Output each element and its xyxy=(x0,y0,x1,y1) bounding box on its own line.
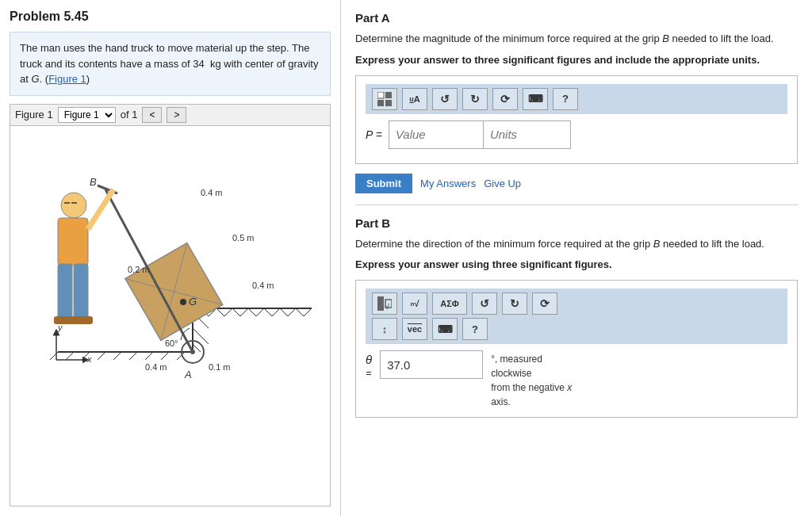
svg-line-7 xyxy=(113,352,121,360)
svg-text:60°: 60° xyxy=(165,338,178,348)
part-a-section: Part A Determine the magnitude of the mi… xyxy=(355,11,798,193)
svg-rect-61 xyxy=(385,92,392,98)
svg-text:x: x xyxy=(86,354,92,364)
part-a-answer-box: uA P = xyxy=(355,75,798,164)
svg-line-4 xyxy=(66,352,74,360)
svg-line-18 xyxy=(224,308,232,316)
svg-line-6 xyxy=(98,352,105,360)
svg-text:0.4 m: 0.4 m xyxy=(145,362,167,372)
keyboard-btn-b[interactable] xyxy=(432,318,458,340)
svg-line-26 xyxy=(288,308,296,316)
part-b-title: Part B xyxy=(355,216,798,230)
figure-next-btn[interactable]: > xyxy=(167,107,186,123)
svg-line-9 xyxy=(145,352,153,360)
svg-line-25 xyxy=(280,308,288,316)
svg-text:0.4 m: 0.4 m xyxy=(252,281,274,290)
part-b-section: Part B Determine the direction of the mi… xyxy=(355,216,798,419)
figure-controls: Figure 1 Figure 1 of 1 < > xyxy=(10,104,331,126)
reset-btn-b[interactable] xyxy=(532,292,557,315)
sqrt-icon-btn[interactable]: n√ xyxy=(402,292,427,315)
part-a-description: Determine the magnitude of the minimum f… xyxy=(355,31,798,47)
figure-prev-btn[interactable]: < xyxy=(142,107,162,123)
part-b-answer-row: θ = °, measuredclockwisefrom the negativ… xyxy=(366,350,787,409)
updown-btn[interactable]: ↕ xyxy=(372,318,397,340)
problem-title: Problem 5.45 xyxy=(10,10,331,24)
undo-btn-b[interactable] xyxy=(472,292,497,315)
svg-rect-64 xyxy=(377,296,384,311)
svg-text:0.4 m: 0.4 m xyxy=(201,188,223,197)
svg-line-8 xyxy=(129,352,137,360)
my-answers-btn[interactable]: My Answers xyxy=(420,178,476,189)
svg-text:√: √ xyxy=(385,303,389,311)
keyboard-btn[interactable] xyxy=(523,88,548,110)
svg-line-22 xyxy=(256,308,264,316)
svg-text:0.1 m: 0.1 m xyxy=(209,362,231,372)
figure-link[interactable]: Figure 1 xyxy=(48,73,86,85)
svg-line-23 xyxy=(264,308,272,316)
submit-btn[interactable]: Submit xyxy=(355,174,412,193)
svg-text:0.5 m: 0.5 m xyxy=(232,233,255,243)
theta-label: θ xyxy=(366,354,372,365)
value-input[interactable] xyxy=(389,120,484,149)
grid-icon-btn[interactable] xyxy=(372,88,397,110)
svg-point-39 xyxy=(61,193,86,218)
toolbar-b-col: √ n√ ΑΣΦ xyxy=(372,292,557,340)
svg-rect-60 xyxy=(377,92,384,98)
give-up-btn[interactable]: Give Up xyxy=(484,178,521,189)
svg-rect-42 xyxy=(58,218,88,266)
part-a-toolbar: uA xyxy=(366,84,787,114)
help-btn-a[interactable] xyxy=(553,88,578,110)
svg-rect-47 xyxy=(72,316,93,324)
figure-area: G B 0.4 m xyxy=(10,126,331,507)
svg-line-17 xyxy=(216,308,224,316)
toolbar-b-row2: ↕ vec xyxy=(372,318,557,340)
redo-btn[interactable] xyxy=(462,88,488,110)
svg-line-27 xyxy=(296,308,304,316)
reset-btn[interactable] xyxy=(492,88,518,110)
divider xyxy=(355,204,798,205)
theta-symbol-group: θ = xyxy=(366,354,372,379)
part-a-instruction: Express your answer to three significant… xyxy=(355,53,798,67)
svg-line-21 xyxy=(248,308,256,316)
svg-line-10 xyxy=(161,352,169,360)
svg-text:A: A xyxy=(184,369,192,380)
part-b-description: Determine the direction of the minimum f… xyxy=(355,236,798,252)
figure-of: of 1 xyxy=(121,109,138,120)
undo-btn[interactable] xyxy=(432,88,458,110)
svg-text:G: G xyxy=(189,296,197,308)
problem-description: The man uses the hand truck to move mate… xyxy=(10,32,331,96)
svg-text:0.2 m: 0.2 m xyxy=(128,265,150,274)
svg-rect-45 xyxy=(74,264,88,319)
value-input-b[interactable] xyxy=(380,350,483,379)
svg-rect-62 xyxy=(377,100,384,106)
figure-select[interactable]: Figure 1 xyxy=(58,107,116,123)
svg-line-20 xyxy=(240,308,248,316)
svg-line-28 xyxy=(304,308,312,316)
note-text: °, measuredclockwisefrom the negative xa… xyxy=(491,352,572,409)
equals-label: = xyxy=(366,367,372,379)
part-b-toolbar: √ n√ ΑΣΦ xyxy=(366,289,787,344)
help-btn-b[interactable] xyxy=(462,318,488,340)
left-panel: Problem 5.45 The man uses the hand truck… xyxy=(0,0,341,516)
figure-svg: G B 0.4 m xyxy=(10,126,327,396)
vec-btn[interactable]: vec xyxy=(402,318,427,340)
p-label: P = xyxy=(366,128,382,141)
block-icon-btn[interactable]: √ xyxy=(372,292,397,315)
part-a-title: Part A xyxy=(355,11,798,25)
svg-line-43 xyxy=(88,189,113,229)
svg-rect-46 xyxy=(54,316,75,324)
part-a-input-row: P = xyxy=(366,120,787,149)
submit-row: Submit My Answers Give Up xyxy=(355,174,798,193)
redo-btn-b[interactable] xyxy=(502,292,527,315)
alpha-sigma-phi-btn[interactable]: ΑΣΦ xyxy=(432,292,467,315)
right-panel: Part A Determine the magnitude of the mi… xyxy=(341,0,812,516)
svg-point-34 xyxy=(180,299,186,305)
svg-rect-44 xyxy=(58,264,72,319)
units-input[interactable] xyxy=(484,120,571,149)
ua-icon-btn[interactable]: uA xyxy=(402,88,427,110)
toolbar-b-row1: √ n√ ΑΣΦ xyxy=(372,292,557,315)
svg-line-19 xyxy=(232,308,240,316)
figure-label: Figure 1 xyxy=(15,109,53,120)
svg-text:B: B xyxy=(90,176,97,188)
svg-rect-63 xyxy=(385,100,392,106)
